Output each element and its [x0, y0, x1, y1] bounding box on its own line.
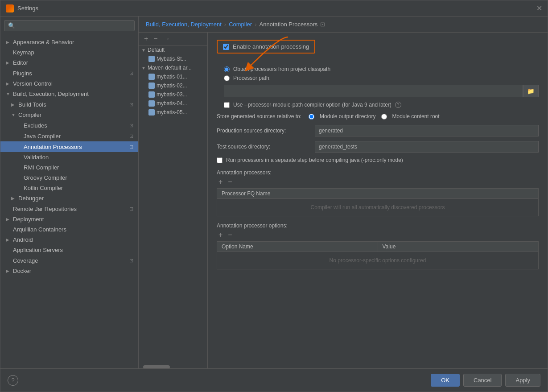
sidebar-item-java-compiler[interactable]: Java Compiler ⊡	[0, 131, 138, 141]
tree-item-mybatis-04[interactable]: mybatis-04...	[139, 99, 207, 108]
tree-item-mybatis-05[interactable]: mybatis-05...	[139, 108, 207, 117]
enable-annotation-section: Enable annotation processing	[217, 40, 539, 60]
settings-icon: ⊡	[128, 205, 135, 212]
sidebar-item-label: Debugger	[18, 195, 135, 202]
sidebar-item-label: Keymap	[13, 49, 135, 56]
sidebar-item-validation[interactable]: Validation	[0, 152, 138, 162]
breadcrumb-compiler[interactable]: Compiler	[229, 21, 252, 28]
sidebar-item-label: Build, Execution, Deployment	[13, 91, 135, 97]
sidebar-item-label: Java Compiler	[24, 133, 128, 140]
sidebar-item-label: Appearance & Behavior	[13, 39, 135, 45]
tree-scrollbar[interactable]	[139, 365, 207, 368]
sidebar-item-label: Arquillian Containers	[13, 226, 135, 233]
close-button[interactable]: ✕	[536, 4, 542, 12]
sidebar-item-remote-jar[interactable]: Remote Jar Repositories ⊡	[0, 203, 138, 214]
tree-content: ▼ Default Mybatis-St... ▼ Maven default …	[139, 45, 207, 365]
sidebar-item-docker[interactable]: ▶ Docker	[0, 266, 138, 276]
production-sources-row: Production sources directory:	[217, 125, 539, 136]
run-processors-checkbox[interactable]	[217, 157, 222, 163]
settings-icon: ⊡	[128, 132, 135, 140]
breadcrumb-sep-2: ›	[255, 21, 256, 28]
sidebar-item-application-servers[interactable]: Application Servers	[0, 245, 138, 255]
tree-item-label: mybatis-02...	[157, 83, 187, 89]
sidebar-item-compiler[interactable]: ▼ Compiler	[0, 110, 138, 120]
chevron-right-icon: ▶	[6, 237, 11, 242]
sidebar-item-appearance[interactable]: ▶ Appearance & Behavior	[0, 37, 138, 47]
breadcrumb-icon[interactable]: ⊡	[320, 21, 325, 28]
tree-item-mybatis-st[interactable]: Mybatis-St...	[139, 54, 207, 63]
tree-remove-button[interactable]: −	[152, 34, 159, 43]
sidebar-item-editor[interactable]: ▶ Editor	[0, 58, 138, 68]
search-input[interactable]	[4, 20, 135, 31]
sidebar-item-android[interactable]: ▶ Android	[0, 235, 138, 245]
apply-button[interactable]: Apply	[505, 374, 540, 387]
panel-body: + − → ▼ Default Mybatis-St...	[139, 33, 548, 368]
obtain-processors-radio[interactable]	[224, 66, 230, 72]
processor-path-input-row: 📁	[224, 85, 539, 97]
annotation-processors-section: Annotation processors: + − Processor FQ …	[217, 169, 539, 216]
breadcrumb-annotation: Annotation Processors	[260, 21, 318, 28]
obtain-processors-label[interactable]: Obtain processors from project classpath	[233, 66, 330, 72]
cancel-button[interactable]: Cancel	[463, 374, 502, 387]
tree-next-button[interactable]: →	[161, 34, 172, 43]
module-content-label[interactable]: Module content root	[392, 113, 440, 120]
processor-module-checkbox[interactable]	[224, 102, 230, 108]
enable-annotation-checkbox[interactable]	[223, 44, 229, 50]
settings-icon: ⊡	[128, 101, 135, 108]
tree-item-maven-default[interactable]: ▼ Maven default ar...	[139, 63, 207, 72]
module-output-label[interactable]: Module output directory	[320, 113, 375, 120]
processor-path-radio[interactable]	[224, 75, 230, 81]
annotation-add-button[interactable]: +	[217, 178, 224, 186]
options-table-empty: No processor-specific options configured	[217, 252, 538, 269]
sidebar-item-coverage[interactable]: Coverage ⊡	[0, 255, 138, 266]
annotation-processors-label: Annotation processors:	[217, 169, 539, 176]
options-remove-button[interactable]: −	[226, 231, 234, 239]
tree-add-button[interactable]: +	[142, 34, 150, 43]
enable-annotation-label[interactable]: Enable annotation processing	[233, 43, 309, 50]
tree-item-mybatis-02[interactable]: mybatis-02...	[139, 81, 207, 90]
test-sources-input[interactable]	[315, 141, 539, 153]
run-processors-label[interactable]: Run processors in a separate step before…	[226, 157, 403, 163]
settings-panel: Enable annotation processing Obtain proc…	[208, 33, 548, 368]
sidebar-item-version-control[interactable]: ▶ Version Control	[0, 78, 138, 89]
options-add-button[interactable]: +	[217, 231, 224, 239]
processor-path-label[interactable]: Processor path:	[233, 75, 271, 81]
ok-button[interactable]: OK	[431, 374, 460, 387]
tree-item-label: mybatis-04...	[157, 100, 187, 107]
help-icon[interactable]: ?	[395, 102, 401, 108]
sidebar-item-kotlin-compiler[interactable]: Kotlin Compiler	[0, 183, 138, 193]
sidebar-item-groovy-compiler[interactable]: Groovy Compiler	[0, 173, 138, 183]
sidebar-item-plugins[interactable]: Plugins ⊡	[0, 68, 138, 78]
browse-folder-button[interactable]: 📁	[523, 85, 539, 97]
breadcrumb-build[interactable]: Build, Execution, Deployment	[146, 21, 222, 28]
sidebar-item-arquillian[interactable]: Arquillian Containers	[0, 224, 138, 235]
tree-item-mybatis-03[interactable]: mybatis-03...	[139, 90, 207, 99]
annotation-remove-button[interactable]: −	[226, 178, 234, 186]
store-generated-label: Store generated sources relative to:	[217, 113, 301, 120]
processor-module-row: Use --processor-module-path compiler opt…	[224, 102, 539, 108]
module-output-radio[interactable]	[309, 114, 314, 120]
folder-icon	[148, 56, 155, 62]
processor-module-label[interactable]: Use --processor-module-path compiler opt…	[233, 102, 391, 108]
production-sources-input[interactable]	[315, 125, 539, 136]
sidebar-item-keymap[interactable]: Keymap	[0, 47, 138, 58]
settings-icon: ⊡	[128, 143, 135, 150]
tree-item-label: mybatis-05...	[157, 109, 187, 116]
sidebar-item-excludes[interactable]: Excludes ⊡	[0, 120, 138, 131]
sidebar-item-debugger[interactable]: ▶ Debugger	[0, 193, 138, 203]
sidebar-item-annotation-processors[interactable]: Annotation Processors ⊡	[0, 141, 138, 152]
module-content-radio[interactable]	[381, 114, 387, 120]
tree-item-default[interactable]: ▼ Default	[139, 45, 207, 54]
sidebar-item-deployment[interactable]: ▶ Deployment	[0, 214, 138, 224]
processor-path-input[interactable]	[224, 85, 523, 97]
tree-item-mybatis-01[interactable]: mybatis-01...	[139, 72, 207, 81]
option-name-header: Option Name	[217, 242, 378, 252]
tree-scrollbar-thumb	[143, 365, 170, 368]
sidebar-item-build-execution[interactable]: ▼ Build, Execution, Deployment	[0, 89, 138, 99]
annotation-options-section: Annotation processor options: + − Option…	[217, 223, 539, 269]
sidebar-item-build-tools[interactable]: ▶ Build Tools ⊡	[0, 99, 138, 110]
sidebar-item-rmi-compiler[interactable]: RMI Compiler	[0, 162, 138, 173]
sidebar-item-label: Application Servers	[13, 247, 135, 253]
enable-annotation-box: Enable annotation processing	[217, 40, 315, 54]
help-button[interactable]: ?	[8, 375, 18, 386]
